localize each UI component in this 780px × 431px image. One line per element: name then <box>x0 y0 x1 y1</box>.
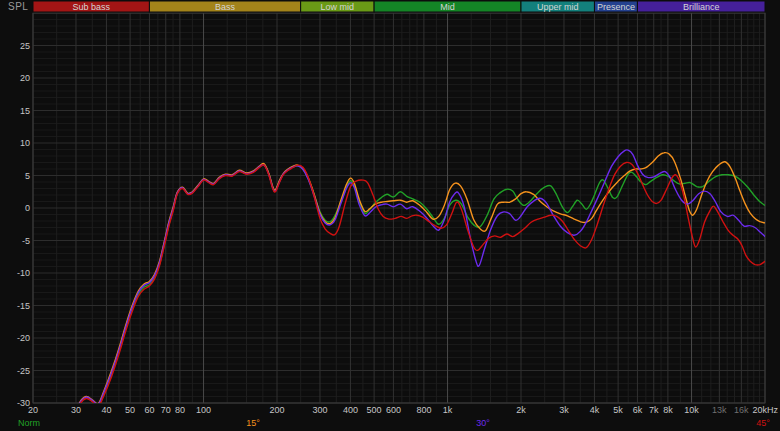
x-tick-label: 2k <box>516 405 526 415</box>
x-tick-label: 16k <box>734 405 749 415</box>
x-tick-label: 13k <box>712 405 727 415</box>
y-tick-label: -5 <box>22 236 30 246</box>
x-tick-label: 6k <box>633 405 643 415</box>
band-segment: Upper mid <box>521 1 594 12</box>
band-segment: Presence <box>594 1 637 12</box>
band-segment: Sub bass <box>33 1 149 12</box>
x-axis-labels: 203040506070801002003004005006008001k2k3… <box>28 405 779 415</box>
x-tick-label: 80 <box>175 405 185 415</box>
x-tick-label: 600 <box>386 405 401 415</box>
x-tick-label: 3k <box>559 405 569 415</box>
legend-item-15deg[interactable]: 15° <box>246 418 260 428</box>
x-tick-label: 7k <box>649 405 659 415</box>
legend-item-norm[interactable]: Norm <box>18 418 40 428</box>
x-tick-label: 50 <box>125 405 135 415</box>
y-tick-label: 0 <box>25 203 30 213</box>
x-tick-label: 30 <box>71 405 81 415</box>
y-tick-label: -15 <box>17 301 30 311</box>
band-segment: Mid <box>374 1 521 12</box>
x-tick-label: 800 <box>416 405 431 415</box>
y-tick-label: 20 <box>20 73 30 83</box>
y-tick-label: 15 <box>20 106 30 116</box>
band-segment: Low mid <box>301 1 374 12</box>
y-tick-label: 10 <box>20 138 30 148</box>
y-tick-label: -10 <box>17 268 30 278</box>
legend-item-30deg[interactable]: 30° <box>476 418 490 428</box>
x-tick-label: 300 <box>312 405 327 415</box>
x-tick-label: 70 <box>161 405 171 415</box>
legend-item-45deg[interactable]: 45° <box>756 418 770 428</box>
band-label: Sub bass <box>72 2 110 12</box>
band-segment: Bass <box>149 1 300 12</box>
band-label: Brilliance <box>683 2 720 12</box>
y-tick-label: 25 <box>20 41 30 51</box>
band-label: Presence <box>597 2 635 12</box>
x-tick-label: 100 <box>196 405 211 415</box>
x-tick-label: 500 <box>367 405 382 415</box>
y-tick-label: -25 <box>17 366 30 376</box>
x-tick-label: 200 <box>269 405 284 415</box>
x-tick-label: 1k <box>443 405 453 415</box>
x-tick-label: 5k <box>613 405 623 415</box>
grid <box>33 13 765 403</box>
x-tick-label: 60 <box>144 405 154 415</box>
band-segment: Brilliance <box>637 1 765 12</box>
x-tick-label: 40 <box>101 405 111 415</box>
y-axis-labels: 2520151050-5-10-15-20-25-30 <box>17 41 30 409</box>
x-tick-label: 4k <box>590 405 600 415</box>
x-tick-label: 8k <box>663 405 673 415</box>
spl-measurement-chart: SPL Sub bassBassLow midMidUpper midPrese… <box>0 0 780 431</box>
y-tick-label: -20 <box>17 333 30 343</box>
band-label: Upper mid <box>537 2 579 12</box>
x-tick-label: 400 <box>343 405 358 415</box>
band-label: Bass <box>215 2 236 12</box>
x-tick-label: 20kHz <box>752 405 778 415</box>
frequency-band-header: Sub bassBassLow midMidUpper midPresenceB… <box>33 1 765 12</box>
band-label: Mid <box>440 2 455 12</box>
plot-area[interactable]: Sub bassBassLow midMidUpper midPresenceB… <box>0 0 780 431</box>
band-label: Low mid <box>321 2 355 12</box>
x-tick-label: 20 <box>28 405 38 415</box>
x-tick-label: 10k <box>684 405 699 415</box>
y-tick-label: 5 <box>25 171 30 181</box>
